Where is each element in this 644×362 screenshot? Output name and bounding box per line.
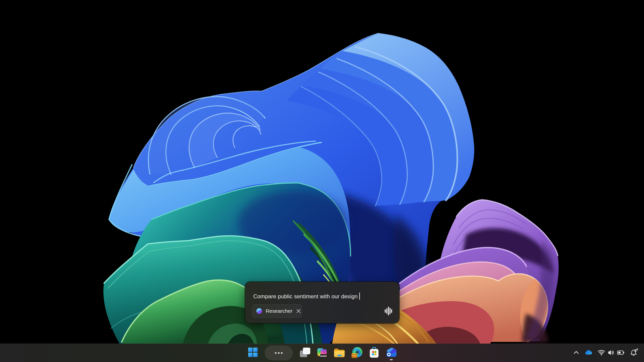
svg-text:M365: M365 <box>320 355 327 358</box>
